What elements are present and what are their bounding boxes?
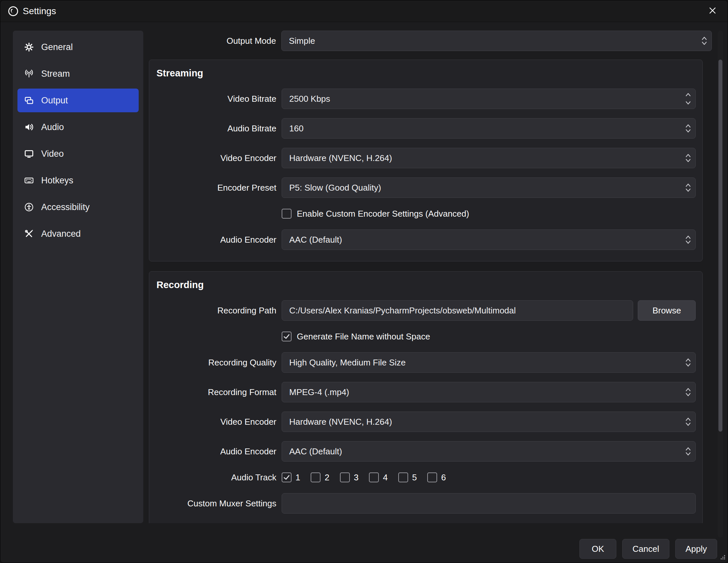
spinner-icon[interactable] xyxy=(685,153,691,164)
recording-video-encoder-row: Video Encoder Hardware (NVENC, H.264) xyxy=(149,411,696,432)
scrollbar-thumb[interactable] xyxy=(718,60,722,432)
settings-window: Settings General Stream Output xyxy=(0,0,728,563)
ok-button[interactable]: OK xyxy=(579,539,616,559)
sidebar-item-accessibility[interactable]: Accessibility xyxy=(17,195,139,219)
recording-path-row: Recording Path Browse xyxy=(149,300,696,321)
sidebar-item-output[interactable]: Output xyxy=(17,89,139,112)
sidebar-item-label: Audio xyxy=(41,122,64,132)
sidebar-item-label: Stream xyxy=(41,69,70,79)
sidebar-item-advanced[interactable]: Advanced xyxy=(17,222,139,246)
video-bitrate-spinbox[interactable]: 2500 Kbps xyxy=(282,89,696,109)
spinner-icon[interactable] xyxy=(685,386,691,398)
check-icon xyxy=(283,333,290,340)
generate-filename-row: Generate File Name without Space xyxy=(149,330,696,343)
sidebar-item-stream[interactable]: Stream xyxy=(17,62,139,86)
broadcast-icon xyxy=(24,69,34,79)
recording-format-row: Recording Format MPEG-4 (.mp4) xyxy=(149,382,696,402)
vertical-scrollbar[interactable] xyxy=(718,31,723,538)
audio-track-2: 2 xyxy=(311,472,329,483)
stream-audio-encoder-select[interactable]: AAC (Default) xyxy=(282,230,696,250)
spinner-icon[interactable] xyxy=(685,446,691,457)
custom-encoder-settings-row: Enable Custom Encoder Settings (Advanced… xyxy=(149,207,696,220)
accessibility-icon xyxy=(24,202,34,212)
recording-audio-encoder-select[interactable]: AAC (Default) xyxy=(282,441,696,462)
gear-icon xyxy=(24,42,34,52)
audio-track-row: Audio Track 1 2 xyxy=(149,471,696,484)
output-mode-label: Output Mode xyxy=(149,36,276,46)
browse-button[interactable]: Browse xyxy=(638,300,696,321)
keyboard-icon xyxy=(24,176,34,185)
sidebar-item-label: Hotkeys xyxy=(41,176,73,186)
recording-quality-select[interactable]: High Quality, Medium File Size xyxy=(282,352,696,373)
custom-muxer-input[interactable] xyxy=(282,493,696,514)
sidebar-item-hotkeys[interactable]: Hotkeys xyxy=(17,169,139,192)
recording-group: Recording Recording Path Browse Generate… xyxy=(149,271,703,523)
spinner-icon[interactable] xyxy=(685,416,691,427)
close-button[interactable] xyxy=(705,3,720,19)
audio-track-3-checkbox[interactable] xyxy=(340,472,350,482)
audio-track-6-checkbox[interactable] xyxy=(427,472,437,482)
spinner-icon[interactable] xyxy=(685,92,691,106)
stream-video-encoder-row: Video Encoder Hardware (NVENC, H.264) xyxy=(149,148,696,168)
stream-audio-encoder-row: Audio Encoder AAC (Default) xyxy=(149,230,696,250)
audio-bitrate-select[interactable]: 160 xyxy=(282,118,696,139)
settings-sidebar: General Stream Output Audio Video xyxy=(13,31,143,523)
sidebar-item-label: Accessibility xyxy=(41,202,90,212)
cancel-button[interactable]: Cancel xyxy=(622,539,669,559)
recording-title: Recording xyxy=(156,280,696,290)
spinner-icon[interactable] xyxy=(685,234,691,245)
custom-muxer-row: Custom Muxer Settings xyxy=(149,493,696,514)
titlebar: Settings xyxy=(0,0,728,22)
audio-track-2-checkbox[interactable] xyxy=(311,472,321,482)
audio-track-5-checkbox[interactable] xyxy=(398,472,408,482)
sidebar-item-label: Output xyxy=(41,96,68,106)
video-bitrate-row: Video Bitrate 2500 Kbps xyxy=(149,89,696,109)
sidebar-item-general[interactable]: General xyxy=(17,35,139,59)
audio-track-1: 1 xyxy=(282,472,300,483)
recording-audio-encoder-row: Audio Encoder AAC (Default) xyxy=(149,441,696,462)
encoder-preset-select[interactable]: P5: Slow (Good Quality) xyxy=(282,178,696,198)
sidebar-item-label: General xyxy=(41,42,73,52)
streaming-group: Streaming Video Bitrate 2500 Kbps Audio … xyxy=(149,60,703,262)
audio-track-6: 6 xyxy=(427,472,446,483)
recording-format-select[interactable]: MPEG-4 (.mp4) xyxy=(282,382,696,402)
encoder-preset-row: Encoder Preset P5: Slow (Good Quality) xyxy=(149,178,696,198)
window-title: Settings xyxy=(23,6,56,16)
output-mode-row: Output Mode Simple xyxy=(149,31,712,51)
audio-bitrate-row: Audio Bitrate 160 xyxy=(149,118,696,139)
apply-button[interactable]: Apply xyxy=(675,539,717,559)
sidebar-item-label: Advanced xyxy=(41,229,81,239)
audio-track-1-checkbox[interactable] xyxy=(282,472,292,482)
generate-filename-checkbox[interactable] xyxy=(282,331,292,341)
recording-video-encoder-select[interactable]: Hardware (NVENC, H.264) xyxy=(282,411,696,432)
output-icon xyxy=(24,96,34,105)
audio-track-5: 5 xyxy=(398,472,417,483)
streaming-title: Streaming xyxy=(156,68,696,79)
audio-track-4: 4 xyxy=(369,472,387,483)
obs-logo-icon xyxy=(8,6,19,17)
audio-track-3: 3 xyxy=(340,472,358,483)
monitor-icon xyxy=(24,149,34,159)
spinner-icon[interactable] xyxy=(701,35,708,46)
audio-track-4-checkbox[interactable] xyxy=(369,472,379,482)
spinner-icon[interactable] xyxy=(685,357,691,368)
resize-grip[interactable] xyxy=(720,554,726,561)
spinner-icon[interactable] xyxy=(685,182,691,193)
spinner-icon[interactable] xyxy=(685,123,691,134)
speaker-icon xyxy=(24,122,34,132)
output-settings-panel: Output Mode Simple Streaming Video Bitra… xyxy=(149,31,712,523)
recording-quality-row: Recording Quality High Quality, Medium F… xyxy=(149,352,696,373)
sidebar-item-video[interactable]: Video xyxy=(17,142,139,166)
sidebar-item-audio[interactable]: Audio xyxy=(17,115,139,139)
dialog-footer: OK Cancel Apply xyxy=(0,539,717,559)
recording-path-input[interactable] xyxy=(282,300,633,321)
check-icon xyxy=(283,474,290,481)
close-icon xyxy=(708,6,717,16)
custom-encoder-checkbox[interactable] xyxy=(282,209,292,219)
tools-icon xyxy=(24,229,34,239)
sidebar-item-label: Video xyxy=(41,149,64,159)
stream-video-encoder-select[interactable]: Hardware (NVENC, H.264) xyxy=(282,148,696,168)
output-mode-select[interactable]: Simple xyxy=(281,31,712,51)
